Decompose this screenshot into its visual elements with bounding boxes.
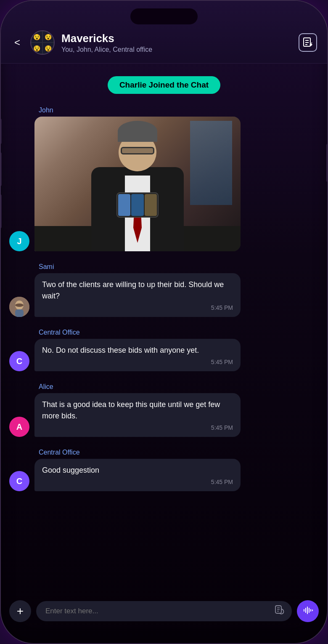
avatar-central1: C xyxy=(9,351,29,371)
sticker-button[interactable] xyxy=(273,605,286,617)
video-tile-2 xyxy=(131,194,143,216)
message-input[interactable] xyxy=(45,607,271,615)
message-group-central2: Central Office C Good suggestion 5:45 PM xyxy=(9,449,319,491)
svg-rect-17 xyxy=(310,609,311,612)
video-tile-1 xyxy=(118,194,130,216)
sender-name-sami: Sami xyxy=(39,263,319,271)
back-button[interactable]: < xyxy=(11,35,24,50)
held-phone-device xyxy=(116,192,159,218)
message-time-central1: 5:45 PM xyxy=(42,359,233,365)
note-edit-button[interactable] xyxy=(299,33,317,52)
image-bubble-john[interactable] xyxy=(34,117,241,251)
message-time-sami: 5:45 PM xyxy=(42,304,233,311)
avatar-quad-2: 😵 xyxy=(42,31,54,43)
message-bubble-sami: Two of the clients are willing to up the… xyxy=(34,273,241,317)
app-content: < 😵 😵 😵 😵 Mavericks You, John, Alice, Ce… xyxy=(1,1,327,643)
message-group-john: John J xyxy=(9,106,319,251)
sami-avatar-svg xyxy=(9,297,29,317)
message-row-central2: C Good suggestion 5:45 PM xyxy=(9,459,319,491)
message-text-central2: Good suggestion xyxy=(42,465,233,476)
back-icon: < xyxy=(14,37,20,48)
voice-button[interactable] xyxy=(297,600,319,622)
avatar-quad-4: 😵 xyxy=(42,43,54,54)
message-text-central1: No. Do not discuss these bids with anyon… xyxy=(42,345,233,356)
sender-name-john: John xyxy=(39,106,319,114)
video-tile-3 xyxy=(145,194,157,216)
sticker-icon xyxy=(275,605,285,617)
message-text-alice: That is a good idea to keep this quite u… xyxy=(42,399,233,422)
avatar-quad-1: 😵 xyxy=(31,31,42,43)
group-name: Mavericks xyxy=(61,32,292,45)
avatar-central2-initial: C xyxy=(16,476,22,486)
svg-rect-18 xyxy=(312,609,313,611)
message-time-alice: 5:45 PM xyxy=(42,424,233,431)
business-scene xyxy=(34,117,241,251)
text-input-container xyxy=(36,601,292,621)
svg-rect-7 xyxy=(15,309,24,317)
message-group-alice: Alice A That is a good idea to keep this… xyxy=(9,383,319,437)
message-row-alice: A That is a good idea to keep this quite… xyxy=(9,393,319,437)
svg-line-4 xyxy=(311,43,312,43)
svg-rect-14 xyxy=(305,608,306,613)
add-attachment-button[interactable]: + xyxy=(9,600,31,622)
svg-rect-16 xyxy=(309,608,309,613)
message-bubble-central2: Good suggestion 5:45 PM xyxy=(34,459,241,491)
avatar-john-initial: J xyxy=(17,237,21,246)
waveform-icon xyxy=(303,605,313,617)
john-image xyxy=(34,117,241,251)
sender-name-alice: Alice xyxy=(39,383,319,391)
svg-rect-15 xyxy=(307,607,308,614)
person-hair xyxy=(118,121,157,142)
person-glasses xyxy=(121,147,154,154)
phone-notch xyxy=(130,8,198,24)
message-bubble-alice: That is a good idea to keep this quite u… xyxy=(34,393,241,437)
group-avatar: 😵 😵 😵 😵 xyxy=(30,30,55,55)
message-group-sami: Sami Two of the clients are willing to u… xyxy=(9,263,319,317)
avatar-quad-3: 😵 xyxy=(31,43,42,54)
avatar-central2: C xyxy=(9,471,29,491)
background-window xyxy=(190,121,232,205)
avatar-alice: A xyxy=(9,417,29,437)
input-area: + xyxy=(1,593,327,643)
sender-name-central2: Central Office xyxy=(39,449,319,456)
group-members: You, John, Alice, Central office xyxy=(61,46,292,53)
svg-rect-13 xyxy=(304,609,304,612)
plus-icon: + xyxy=(17,605,24,617)
avatar-alice-initial: A xyxy=(16,422,22,432)
message-row-sami: Two of the clients are willing to up the… xyxy=(9,273,319,317)
message-row-john: J xyxy=(9,117,319,251)
avatar-central1-initial: C xyxy=(16,357,22,366)
svg-point-8 xyxy=(15,303,24,307)
avatar-sami xyxy=(9,297,29,317)
header-info: Mavericks You, John, Alice, Central offi… xyxy=(61,32,292,53)
message-group-central1: Central Office C No. Do not discuss thes… xyxy=(9,329,319,371)
avatar-john: J xyxy=(9,231,29,251)
message-row-central1: C No. Do not discuss these bids with any… xyxy=(9,339,319,371)
message-time-central2: 5:45 PM xyxy=(42,479,233,485)
join-notification: Charlie Joined the Chat xyxy=(9,76,319,94)
phone-frame: < 😵 😵 😵 😵 Mavericks You, John, Alice, Ce… xyxy=(0,0,328,644)
chat-area: Charlie Joined the Chat John J xyxy=(1,64,327,593)
message-text-sami: Two of the clients are willing to up the… xyxy=(42,279,233,302)
message-bubble-central1: No. Do not discuss these bids with anyon… xyxy=(34,339,241,371)
note-edit-icon xyxy=(302,37,314,48)
join-badge: Charlie Joined the Chat xyxy=(108,76,220,94)
sender-name-central1: Central Office xyxy=(39,329,319,336)
